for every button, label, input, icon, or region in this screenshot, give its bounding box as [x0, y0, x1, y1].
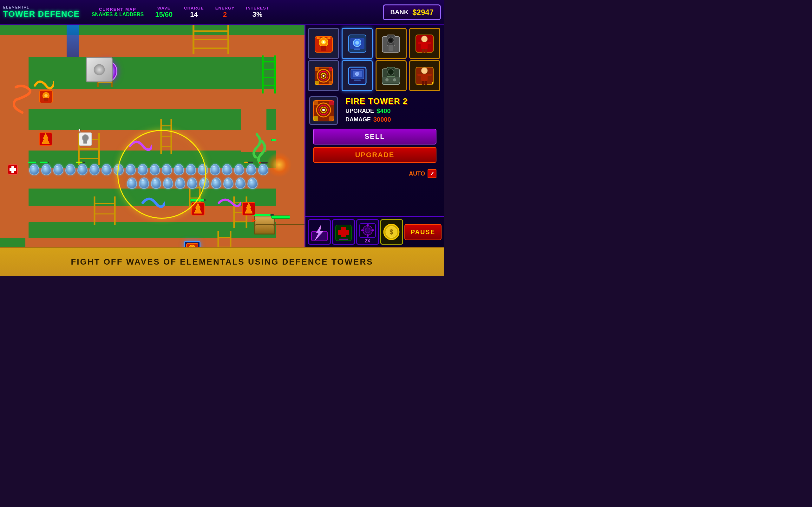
snake-deco-2	[127, 136, 152, 155]
bank-value: $2947	[412, 8, 434, 17]
svg-rect-87	[422, 49, 424, 53]
svg-rect-71	[321, 46, 326, 51]
ladder-icon-5	[159, 119, 174, 154]
tower-slot-5[interactable]	[308, 60, 339, 91]
pause-button[interactable]: PAUSE	[404, 224, 442, 240]
snake-deco-1	[13, 84, 32, 116]
ladder-icon-9	[216, 231, 233, 247]
interest-stat: INTEREST 3%	[246, 6, 269, 19]
ladder-icon-2	[190, 25, 232, 54]
svg-rect-85	[418, 42, 422, 44]
tower-name: FIRE TOWER 2	[345, 96, 408, 106]
map-tower-2[interactable]: 1	[78, 131, 93, 148]
map-tower-1[interactable]	[38, 89, 54, 106]
current-map-label: CURRENT MAP	[99, 7, 136, 12]
speed-slot[interactable]: 2X	[356, 219, 379, 245]
map-tower-4[interactable]	[190, 201, 206, 218]
svg-point-83	[421, 36, 427, 42]
empty-tower-slot[interactable]	[86, 57, 113, 82]
map-tower-3[interactable]	[38, 131, 53, 148]
tower-slot-7[interactable]	[375, 60, 407, 91]
svg-rect-88	[425, 49, 427, 53]
enemy-3	[53, 164, 63, 175]
game-map[interactable]: 1 ➤	[0, 25, 305, 247]
damage-label: DAMAGE	[345, 116, 371, 123]
svg-rect-124	[313, 116, 318, 121]
map-tower-5[interactable]: ➤	[241, 201, 256, 218]
enemy-26	[187, 177, 197, 189]
svg-marker-45	[53, 81, 54, 87]
enemy-11	[150, 164, 160, 175]
svg-rect-115	[425, 81, 427, 85]
svg-point-110	[421, 67, 427, 74]
energy-label: ENERGY	[215, 6, 235, 10]
tower-slot-4[interactable]	[409, 28, 440, 59]
health-item	[6, 163, 19, 177]
tower-slot-2[interactable]	[342, 28, 373, 59]
svg-rect-106	[382, 77, 400, 83]
selected-tower-icon	[309, 96, 338, 125]
svg-rect-76	[354, 49, 360, 50]
upgrade-cost-row: UPGRADE $400	[345, 107, 408, 115]
svg-rect-84	[421, 42, 427, 49]
tower-slot-6[interactable]	[342, 60, 373, 91]
health-slot[interactable]	[332, 219, 355, 245]
upgrade-button[interactable]: UPGRADE	[313, 147, 437, 163]
auto-label: AUTO	[409, 170, 425, 177]
logo-main: TOWER DEFENCE	[3, 9, 80, 19]
svg-point-134	[365, 228, 370, 233]
charge-value: 14	[190, 10, 198, 19]
selected-tower-panel: FIRE TOWER 2 UPGRADE $400 DAMAGE 30000 S…	[305, 94, 444, 216]
energy-stat: ENERGY 2	[215, 6, 235, 19]
logo-sub: ELEMENTAL	[3, 5, 30, 9]
svg-rect-123	[329, 101, 334, 105]
coin-slot[interactable]: $	[380, 219, 403, 245]
enemy-6	[90, 164, 100, 175]
wave-label: WAVE	[157, 6, 170, 10]
sell-button[interactable]: SELL	[313, 129, 437, 145]
bottom-icons-row: 2X $ PAUSE	[305, 216, 444, 247]
tower-selection-grid	[305, 25, 444, 94]
snake-deco-6	[9, 242, 29, 247]
action-buttons: SELL UPGRADE	[309, 129, 440, 168]
enemy-25	[175, 177, 185, 189]
svg-rect-114	[422, 81, 424, 85]
enemy-27	[199, 177, 209, 189]
svg-text:$: $	[390, 228, 393, 236]
damage-value: 30000	[373, 116, 391, 123]
explosion-effect	[266, 152, 292, 177]
bottom-bar: FIGHT OFF WAVES OF ELEMENTALS USING DEFE…	[0, 247, 444, 276]
enemy-17	[222, 164, 232, 175]
storm-tower-slot[interactable]	[308, 219, 331, 245]
svg-point-80	[389, 39, 392, 42]
right-panel: FIRE TOWER 2 UPGRADE $400 DAMAGE 30000 S…	[305, 25, 444, 247]
bank-label: BANK	[390, 9, 409, 16]
enemy-8	[113, 164, 124, 175]
enemy-15	[198, 164, 208, 175]
logo-area: ELEMENTAL TOWER DEFENCE	[3, 5, 80, 19]
enemy-23	[151, 177, 161, 189]
enemy-31	[247, 177, 258, 189]
bottom-message: FIGHT OFF WAVES OF ELEMENTALS USING DEFE…	[71, 257, 373, 267]
charge-stat: CHARGE 14	[184, 6, 204, 19]
svg-rect-81	[389, 45, 393, 51]
energy-value: 2	[223, 10, 227, 19]
enemy-5	[78, 164, 88, 175]
svg-rect-111	[421, 74, 427, 81]
tower-slot-8[interactable]	[409, 60, 440, 91]
svg-rect-102	[354, 79, 361, 81]
enemy-19	[246, 164, 256, 175]
svg-rect-97	[328, 81, 333, 84]
top-bar: ELEMENTAL TOWER DEFENCE CURRENT MAP SNAK…	[0, 0, 444, 25]
svg-rect-94	[315, 67, 319, 71]
tower-slot-1[interactable]	[308, 28, 339, 59]
auto-checkbox[interactable]: ✓	[427, 169, 437, 178]
enemy-4	[65, 164, 75, 175]
tower-slot-3[interactable]	[375, 28, 407, 59]
selected-map-tower[interactable]	[184, 241, 200, 247]
auto-row: AUTO ✓	[309, 168, 440, 179]
wave-stat: WAVE 15/60	[155, 6, 172, 19]
enemy-2	[41, 164, 51, 175]
tower-info-text: FIRE TOWER 2 UPGRADE $400 DAMAGE 30000	[345, 96, 408, 123]
ladder-icon-3	[260, 55, 277, 94]
